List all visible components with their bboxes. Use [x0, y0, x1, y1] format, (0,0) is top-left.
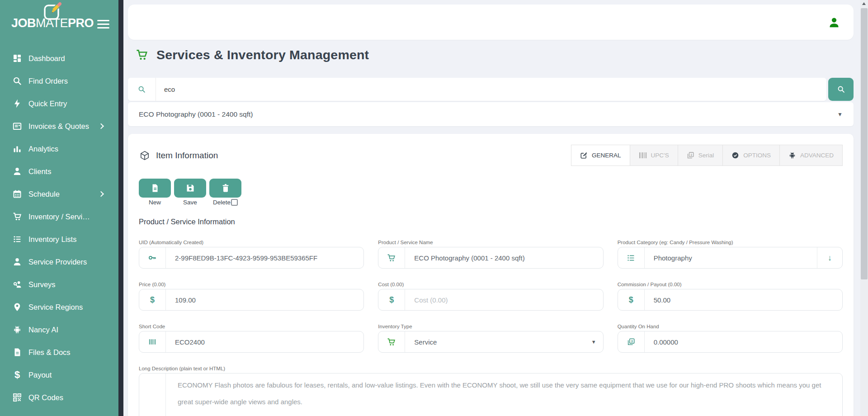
dollar-icon: $: [12, 370, 22, 380]
sidebar-item-find-orders[interactable]: Find Orders: [0, 70, 118, 92]
sidebar-nav: Dashboard Find Orders Quick Entry: [0, 42, 118, 409]
cost-input[interactable]: [405, 296, 603, 304]
quantity-field: Quantity On Hand 3: [618, 324, 843, 353]
long-description-text[interactable]: ECONOMY Flash photos are fabulous for le…: [166, 373, 842, 416]
search-row: [128, 78, 854, 101]
sidebar-item-service-providers[interactable]: Service Providers: [0, 251, 118, 273]
quantity-input[interactable]: [645, 338, 842, 346]
short-code-field: Short Code: [139, 324, 364, 353]
tab-label: UPC'S: [651, 152, 669, 159]
person-search-icon: [12, 279, 22, 289]
chevron-down-icon: ▼: [837, 111, 843, 118]
cart-icon: [136, 49, 149, 61]
topbar: [128, 5, 854, 40]
chevron-right-icon: [98, 123, 104, 129]
quantity-box: 3: [618, 331, 843, 353]
tab-upcs[interactable]: UPC'S: [630, 145, 678, 166]
sidebar-item-invoices-quotes[interactable]: Invoices & Quotes: [0, 115, 118, 137]
save-action: Save: [174, 179, 206, 206]
product-name-field: Product / Service Name: [378, 240, 603, 269]
sidebar-item-label: Invoices & Quotes: [28, 122, 89, 131]
price-input[interactable]: [166, 296, 363, 304]
delete-button[interactable]: [209, 179, 241, 198]
search-box: [128, 78, 826, 101]
sidebar-item-clients[interactable]: Clients: [0, 160, 118, 183]
commission-field: Commission / Payout (0.00) $: [618, 282, 843, 311]
field-label: Cost (0.00): [378, 282, 603, 287]
commission-box: $: [618, 289, 843, 311]
card-title-wrap: Item Information: [139, 151, 218, 161]
search-button[interactable]: [828, 78, 854, 101]
sidebar-item-qr-codes[interactable]: QR Codes: [0, 386, 118, 409]
delete-checkbox[interactable]: [231, 199, 238, 206]
quantity-icon: 3: [618, 331, 645, 352]
sidebar-item-files-docs[interactable]: Files & Docs: [0, 341, 118, 364]
sidebar-item-dashboard[interactable]: Dashboard: [0, 47, 118, 70]
price-box: $: [139, 289, 364, 311]
tab-general[interactable]: GENERAL: [571, 145, 630, 166]
short-code-input[interactable]: [166, 338, 363, 346]
section-title: Product / Service Information: [139, 217, 843, 226]
field-label: Product Category (eg: Candy / Pressure W…: [618, 240, 843, 245]
sidebar-item-inventory-lists[interactable]: Inventory Lists: [0, 228, 118, 251]
product-name-input[interactable]: [405, 254, 603, 262]
delete-action: Delete: [209, 179, 241, 206]
uid-input[interactable]: [166, 254, 363, 262]
svg-text:3: 3: [631, 339, 632, 343]
sidebar-item-payout[interactable]: $ Payout: [0, 364, 118, 386]
sidebar-scrollbar[interactable]: [118, 0, 123, 416]
android-icon: [788, 151, 796, 159]
commission-input[interactable]: [645, 296, 842, 304]
delete-label: Delete: [213, 199, 231, 206]
page-scrollbar[interactable]: [860, 0, 868, 416]
sidebar-item-surveys[interactable]: Surveys: [0, 273, 118, 296]
category-input[interactable]: [645, 254, 817, 262]
dashboard-icon: [12, 53, 22, 63]
brand-wordmark: JOBMATEPRO: [0, 16, 105, 30]
tab-advanced[interactable]: ADVANCED: [779, 145, 843, 166]
short-code-box: [139, 331, 364, 353]
sidebar-item-label: Payout: [28, 371, 52, 379]
barcode-icon: [639, 152, 647, 159]
inventory-type-value: Service: [405, 338, 603, 346]
category-box: ↓: [618, 247, 843, 269]
qr-code-icon: [12, 392, 22, 402]
svg-text:3: 3: [690, 153, 692, 156]
user-account-icon[interactable]: [826, 15, 842, 30]
tab-label: Serial: [698, 152, 714, 159]
sidebar-item-nancy-ai[interactable]: Nancy AI: [0, 318, 118, 341]
delete-label-row: Delete: [209, 199, 241, 206]
tab-serial[interactable]: 3 Serial: [678, 145, 723, 166]
field-label: Short Code: [139, 324, 364, 329]
dollar-icon: $: [618, 289, 645, 310]
brand-job: JOB: [11, 16, 36, 30]
tab-options[interactable]: OPTIONS: [722, 145, 780, 166]
tab-label: ADVANCED: [800, 152, 834, 159]
long-description-field: Long Description (plain text or HTML) EC…: [139, 366, 843, 416]
category-dropdown-arrow-icon[interactable]: ↓: [817, 247, 842, 268]
uid-box: [139, 247, 364, 269]
scroll-up-arrow-icon[interactable]: [862, 2, 866, 5]
field-label: Commission / Payout (0.00): [618, 282, 843, 287]
sidebar-item-service-regions[interactable]: Service Regions: [0, 296, 118, 318]
sidebar-item-analytics[interactable]: Analytics: [0, 137, 118, 160]
brand-pro: PRO: [68, 16, 94, 30]
cart-icon: [378, 331, 405, 352]
save-label: Save: [174, 199, 206, 206]
inventory-type-select[interactable]: Service ▼: [378, 331, 603, 353]
cart-icon: [378, 247, 405, 268]
new-action: New: [139, 179, 171, 206]
sidebar-item-schedule[interactable]: Schedule: [0, 183, 118, 205]
search-result-select[interactable]: ECO Photography (0001 - 2400 sqft) ▼: [128, 102, 854, 126]
sidebar-item-label: Service Regions: [28, 303, 83, 312]
sidebar-item-quick-entry[interactable]: Quick Entry: [0, 92, 118, 115]
menu-toggle-icon[interactable]: [97, 20, 109, 28]
search-input[interactable]: [156, 78, 826, 101]
sidebar-item-inventory-services[interactable]: Inventory / Servi…: [0, 205, 118, 228]
save-button[interactable]: [174, 179, 206, 198]
brand-mate: MATE: [36, 16, 68, 30]
new-button[interactable]: [139, 179, 171, 198]
field-label: Quantity On Hand: [618, 324, 843, 329]
scrollbar-thumb[interactable]: [861, 8, 868, 279]
dollar-icon: $: [378, 289, 405, 310]
